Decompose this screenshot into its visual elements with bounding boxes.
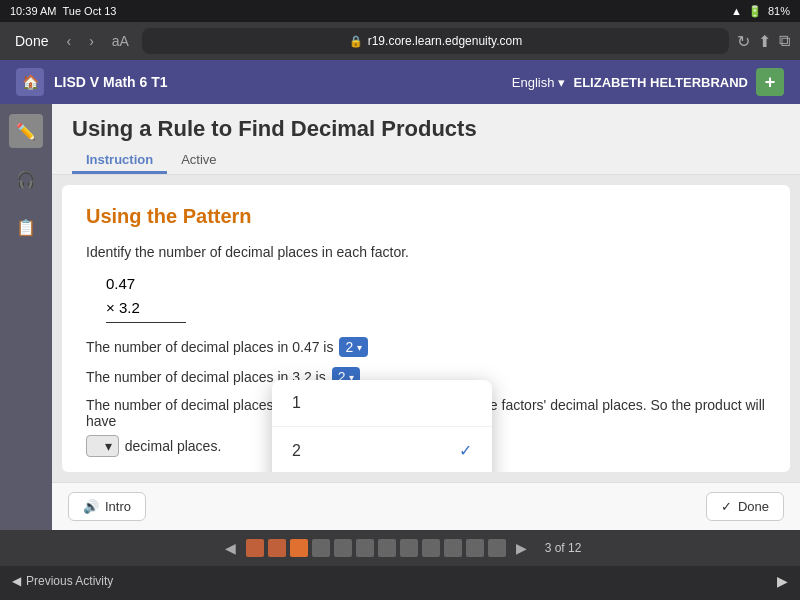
wifi-icon: ▲ xyxy=(731,5,742,17)
sidebar-item-audio[interactable]: 🎧 xyxy=(9,162,43,196)
page-dot-1[interactable] xyxy=(246,539,264,557)
dropdown-option-1[interactable]: 1 xyxy=(272,380,492,427)
page-dot-9[interactable] xyxy=(422,539,440,557)
page-dot-4[interactable] xyxy=(312,539,330,557)
intro-button[interactable]: 🔊 Intro xyxy=(68,492,146,521)
sidebar: ✏️ 🎧 📋 xyxy=(0,104,52,530)
page-label: 3 of 12 xyxy=(545,541,582,555)
status-time: 10:39 AM xyxy=(10,5,56,17)
speaker-icon: 🔊 xyxy=(83,499,99,514)
multiplicand: 0.47 xyxy=(106,272,186,296)
page-dot-11[interactable] xyxy=(466,539,484,557)
lesson-content: Using the Pattern Identify the number of… xyxy=(62,185,790,472)
url-text: r19.core.learn.edgenuity.com xyxy=(368,34,523,48)
header-right: English ▾ ELIZABETH HELTERBRAND + xyxy=(512,68,784,96)
dropdown-popup: 1 2 ✓ 3 xyxy=(272,380,492,472)
status-bar-left: 10:39 AM Tue Oct 13 xyxy=(10,5,117,17)
bookmarks-button[interactable]: ⧉ xyxy=(779,32,790,51)
dropdown-1-arrow: ▾ xyxy=(357,342,362,353)
clipboard-icon: 📋 xyxy=(16,218,36,237)
text-size-button[interactable]: aA xyxy=(107,31,134,51)
page-tabs: Instruction Active xyxy=(72,148,780,174)
math-row: 0.47 × 3.2 xyxy=(106,272,186,323)
sentence-3-end: decimal places. xyxy=(125,438,222,454)
done-button[interactable]: ✓ Done xyxy=(706,492,784,521)
pencil-icon: ✏️ xyxy=(16,122,36,141)
plus-button[interactable]: + xyxy=(756,68,784,96)
lock-icon: 🔒 xyxy=(349,35,363,48)
instruction-text: Identify the number of decimal places in… xyxy=(86,244,766,260)
checkmark-icon: ✓ xyxy=(459,441,472,460)
browser-actions: ↻ ⬆ ⧉ xyxy=(737,32,790,51)
content-area: Using a Rule to Find Decimal Products In… xyxy=(52,104,800,530)
next-arrow-icon[interactable]: ▶ xyxy=(777,573,788,589)
battery-level: 81% xyxy=(768,5,790,17)
section-title: Using the Pattern xyxy=(86,205,766,228)
option-2-label: 2 xyxy=(292,442,301,460)
sentence-1-text: The number of decimal places in 0.47 is xyxy=(86,339,333,355)
url-bar[interactable]: 🔒 r19.core.learn.edgenuity.com xyxy=(142,28,729,54)
pagination-bar: ◀ ▶ 3 of 12 xyxy=(0,530,800,566)
page-next-arrow[interactable]: ▶ xyxy=(510,538,533,558)
intro-label: Intro xyxy=(105,499,131,514)
tab-active[interactable]: Active xyxy=(167,148,230,174)
multiplier: × 3.2 xyxy=(106,296,186,323)
language-selector[interactable]: English ▾ xyxy=(512,75,566,90)
page-dot-2[interactable] xyxy=(268,539,286,557)
language-label: English xyxy=(512,75,555,90)
prev-activity-button[interactable]: ◀ Previous Activity xyxy=(12,574,113,588)
dropdown-1[interactable]: 2 ▾ xyxy=(339,337,368,357)
sidebar-item-pencil[interactable]: ✏️ xyxy=(9,114,43,148)
share-button[interactable]: ⬆ xyxy=(758,32,771,51)
status-bar: 10:39 AM Tue Oct 13 ▲ 🔋 81% xyxy=(0,0,800,22)
refresh-button[interactable]: ↻ xyxy=(737,32,750,51)
blank-value xyxy=(93,438,101,454)
user-name: ELIZABETH HELTERBRAND xyxy=(573,75,748,90)
page-dot-7[interactable] xyxy=(378,539,396,557)
course-title: LISD V Math 6 T1 xyxy=(54,74,512,90)
status-day: Tue Oct 13 xyxy=(62,5,116,17)
headphone-icon: 🎧 xyxy=(16,170,36,189)
page-dot-6[interactable] xyxy=(356,539,374,557)
status-bar-right: ▲ 🔋 81% xyxy=(731,5,790,18)
blank-arrow: ▾ xyxy=(105,438,112,454)
main-area: ✏️ 🎧 📋 Using a Rule to Find Decimal Prod… xyxy=(0,104,800,530)
page-dot-10[interactable] xyxy=(444,539,462,557)
back-button[interactable]: ‹ xyxy=(61,31,76,51)
forward-button[interactable]: › xyxy=(84,31,99,51)
sidebar-item-notes[interactable]: 📋 xyxy=(9,210,43,244)
dropdown-1-value: 2 xyxy=(345,339,353,355)
bottom-nav: ◀ Previous Activity ▶ xyxy=(0,566,800,596)
browser-done-button[interactable]: Done xyxy=(10,31,53,51)
browser-toolbar: Done ‹ › aA 🔒 r19.core.learn.edgenuity.c… xyxy=(0,22,800,60)
home-icon[interactable]: 🏠 xyxy=(16,68,44,96)
battery-icon: 🔋 xyxy=(748,5,762,18)
page-dot-3[interactable] xyxy=(290,539,308,557)
blank-dropdown[interactable]: ▾ xyxy=(86,435,119,457)
tab-instruction[interactable]: Instruction xyxy=(72,148,167,174)
page-header: Using a Rule to Find Decimal Products In… xyxy=(52,104,800,175)
page-title: Using a Rule to Find Decimal Products xyxy=(72,116,780,142)
check-icon: ✓ xyxy=(721,499,732,514)
sentence-1: The number of decimal places in 0.47 is … xyxy=(86,337,766,357)
done-label: Done xyxy=(738,499,769,514)
page-dot-5[interactable] xyxy=(334,539,352,557)
chevron-down-icon: ▾ xyxy=(558,75,565,90)
page-dot-12[interactable] xyxy=(488,539,506,557)
page-dot-8[interactable] xyxy=(400,539,418,557)
math-problem: 0.47 × 3.2 xyxy=(106,272,766,323)
prev-arrow-icon: ◀ xyxy=(12,574,21,588)
bottom-toolbar: 🔊 Intro ✓ Done xyxy=(52,482,800,530)
page-prev-arrow[interactable]: ◀ xyxy=(219,538,242,558)
prev-activity-label: Previous Activity xyxy=(26,574,113,588)
option-1-label: 1 xyxy=(292,394,301,412)
dropdown-option-2[interactable]: 2 ✓ xyxy=(272,427,492,472)
app-header: 🏠 LISD V Math 6 T1 English ▾ ELIZABETH H… xyxy=(0,60,800,104)
